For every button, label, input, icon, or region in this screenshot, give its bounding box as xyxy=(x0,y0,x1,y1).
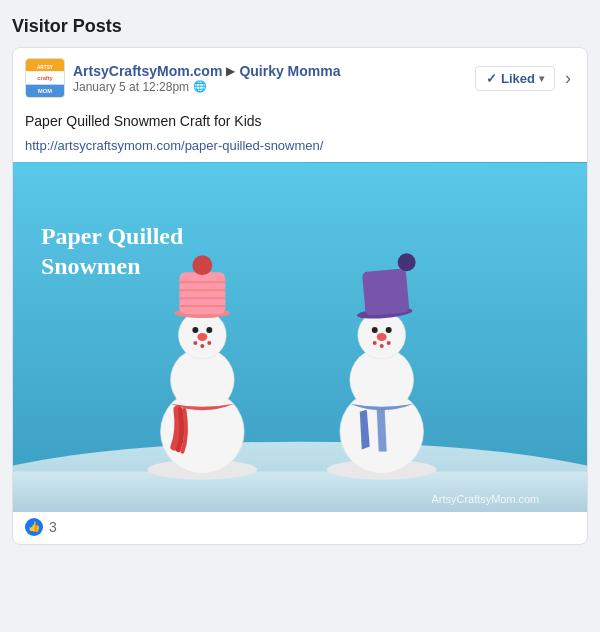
liked-label: Liked xyxy=(501,71,535,86)
svg-point-17 xyxy=(193,341,197,345)
svg-text:ArtsyCraftsyMom.com: ArtsyCraftsyMom.com xyxy=(432,493,540,505)
svg-point-33 xyxy=(377,333,387,341)
svg-text:MOM: MOM xyxy=(38,88,52,94)
svg-point-26 xyxy=(192,255,212,275)
svg-point-14 xyxy=(192,327,198,333)
svg-point-31 xyxy=(372,327,378,333)
liked-check: ✓ xyxy=(486,71,497,86)
post-body: Paper Quilled Snowmen Craft for Kids htt… xyxy=(13,108,587,162)
globe-icon: 🌐 xyxy=(193,80,207,93)
post-reactions: 👍 3 xyxy=(13,512,587,544)
post-meta: ArtsyCraftsyMom.com ▶ Quirky Momma Janua… xyxy=(73,63,341,94)
svg-text:Paper Quilled: Paper Quilled xyxy=(41,223,184,249)
reaction-count: 3 xyxy=(49,519,57,535)
liked-button[interactable]: ✓ Liked ▾ xyxy=(475,66,555,91)
svg-point-36 xyxy=(387,341,391,345)
svg-text:Snowmen: Snowmen xyxy=(41,253,141,279)
svg-point-35 xyxy=(380,344,384,348)
post-image-canvas: Paper Quilled Snowmen ArtsyCraftsyMom.co… xyxy=(13,162,587,512)
svg-point-15 xyxy=(206,327,212,333)
chevron-down-icon: ▾ xyxy=(539,73,544,84)
post-header-left: ARTSY crafty MOM ArtsyCraftsyMom.com ▶ Q… xyxy=(25,58,341,98)
svg-rect-38 xyxy=(362,268,410,316)
svg-point-18 xyxy=(200,344,204,348)
section-title: Visitor Posts xyxy=(12,10,588,47)
more-options-icon[interactable]: › xyxy=(561,66,575,91)
avatar[interactable]: ARTSY crafty MOM xyxy=(25,58,65,98)
svg-rect-9 xyxy=(13,471,587,511)
post-header: ARTSY crafty MOM ArtsyCraftsyMom.com ▶ Q… xyxy=(13,48,587,108)
post-text: Paper Quilled Snowmen Craft for Kids xyxy=(25,112,575,132)
page-name[interactable]: Quirky Momma xyxy=(239,63,340,79)
svg-point-16 xyxy=(197,333,207,341)
like-icon: 👍 xyxy=(25,518,43,536)
post-link[interactable]: http://artsycraftsymom.com/paper-quilled… xyxy=(25,138,323,153)
post-author-line: ArtsyCraftsyMom.com ▶ Quirky Momma xyxy=(73,63,341,79)
post-timestamp: January 5 at 12:28pm 🌐 xyxy=(73,80,341,94)
svg-text:crafty: crafty xyxy=(37,75,53,81)
svg-point-34 xyxy=(373,341,377,345)
author-name[interactable]: ArtsyCraftsyMom.com xyxy=(73,63,222,79)
svg-point-32 xyxy=(386,327,392,333)
post-image-wrapper[interactable]: Paper Quilled Snowmen ArtsyCraftsyMom.co… xyxy=(13,162,587,512)
svg-point-39 xyxy=(398,253,416,271)
post-card: ARTSY crafty MOM ArtsyCraftsyMom.com ▶ Q… xyxy=(12,47,588,545)
timestamp-text: January 5 at 12:28pm xyxy=(73,80,189,94)
svg-rect-21 xyxy=(179,272,225,314)
arrow-icon: ▶ xyxy=(226,64,235,78)
post-header-right: ✓ Liked ▾ › xyxy=(475,66,575,91)
page-wrapper: Visitor Posts ARTSY cr xyxy=(0,0,600,632)
svg-point-19 xyxy=(207,341,211,345)
svg-text:ARTSY: ARTSY xyxy=(37,65,54,70)
